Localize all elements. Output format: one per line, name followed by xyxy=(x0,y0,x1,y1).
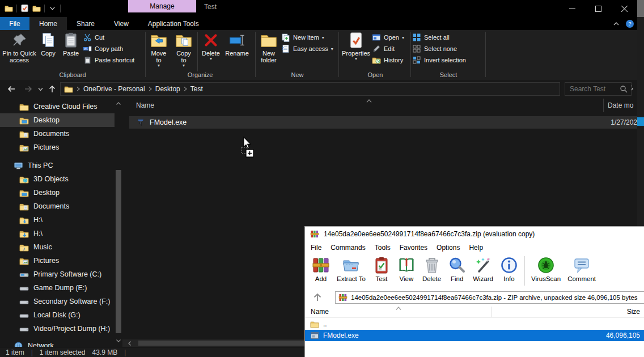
easy-access-button[interactable]: Easy access▾ xyxy=(281,44,333,53)
archive-row-parent[interactable]: .. xyxy=(305,318,644,330)
sidebar-item-music[interactable]: ♪Music xyxy=(0,240,115,254)
breadcrumb-item[interactable]: OneDrive - Personal xyxy=(81,85,147,93)
sidebar-item-h-[interactable]: H:\ xyxy=(0,227,115,240)
copy-to-button[interactable]: Copy to▾ xyxy=(171,30,196,67)
winrar-address-bar[interactable]: 14e05da2e0ee6ee5024991714f8ea67466c7c3fa… xyxy=(335,291,644,304)
paste-button[interactable]: Paste xyxy=(59,30,83,57)
file-row-fmodel-exe[interactable]: FModel.exe1/27/202 xyxy=(129,116,637,129)
extract-to-button[interactable]: Extract To xyxy=(333,254,369,282)
column-divider[interactable] xyxy=(603,99,604,112)
folder-icon[interactable] xyxy=(5,4,13,12)
contextual-tab-manage[interactable]: Manage xyxy=(128,0,196,12)
sidebar-item-this-pc[interactable]: This PC xyxy=(0,159,115,172)
history-button[interactable]: History xyxy=(372,56,404,65)
horizontal-scroll-thumb[interactable] xyxy=(138,341,305,346)
tab-file[interactable]: File xyxy=(0,17,29,30)
copy-path-button[interactable]: W..Copy path xyxy=(83,44,134,53)
sidebar-item-desktop[interactable]: Desktop xyxy=(0,186,115,199)
new-folder-button[interactable]: New folder xyxy=(256,30,281,63)
tab-home[interactable]: Home xyxy=(29,17,67,30)
comment-button[interactable]: Comment xyxy=(564,254,599,282)
add-button[interactable]: Add xyxy=(308,254,333,282)
properties-check-icon[interactable] xyxy=(20,4,29,12)
column-date-modified[interactable]: Date mo xyxy=(608,101,633,109)
winrar-column-size[interactable]: Size xyxy=(627,308,640,316)
menu-commands[interactable]: Commands xyxy=(326,244,370,252)
menu-options[interactable]: Options xyxy=(432,244,464,252)
info-button[interactable]: Info xyxy=(497,254,522,282)
menu-tools[interactable]: Tools xyxy=(370,244,395,252)
collapse-ribbon-icon[interactable] xyxy=(612,20,620,28)
sidebar-item-h-[interactable]: H:\ xyxy=(0,213,115,227)
sidebar-item-documents[interactable]: Documents xyxy=(0,127,115,141)
sidebar-item-game-dump-e-[interactable]: Game Dump (E:) xyxy=(0,281,115,295)
move-to-button[interactable]: Move to▾ xyxy=(146,30,171,67)
sidebar-item-pictures[interactable]: Pictures xyxy=(0,254,115,267)
menu-help[interactable]: Help xyxy=(464,244,488,252)
sidebar-item-primary-software-c-[interactable]: Primary Software (C:) xyxy=(0,267,115,281)
sidebar-item-secondary-software-f-[interactable]: Secondary Software (F:) xyxy=(0,295,115,308)
up-icon[interactable] xyxy=(48,84,57,94)
virusscan-button[interactable]: VirusScan xyxy=(528,254,564,282)
select-all-button[interactable]: Select all xyxy=(412,33,466,42)
open-button[interactable]: Open▾ xyxy=(372,33,404,42)
scroll-down-icon[interactable] xyxy=(116,338,121,343)
back-icon[interactable] xyxy=(7,84,16,94)
view-button[interactable]: View xyxy=(394,254,419,282)
archive-row-fmodel-exe[interactable]: FModel.exe46,096,105 xyxy=(305,330,644,341)
scroll-left-icon[interactable] xyxy=(127,341,133,346)
sidebar-item-video-project-dump-h-[interactable]: Video/Project Dump (H:) xyxy=(0,322,115,335)
tab-share[interactable]: Share xyxy=(67,17,104,30)
sidebar-item-pictures[interactable]: Pictures xyxy=(0,141,115,154)
search-box[interactable] xyxy=(565,82,632,96)
help-icon[interactable]: ? xyxy=(626,20,634,28)
sidebar-item-network[interactable]: Network xyxy=(0,339,115,347)
chevron-down-icon[interactable] xyxy=(48,4,57,12)
pin-to-quick-access-button[interactable]: Pin to Quick access xyxy=(1,30,37,63)
sidebar-item-local-disk-g-[interactable]: Local Disk (G:) xyxy=(0,308,115,322)
sidebar-scrollbar[interactable] xyxy=(115,97,122,347)
recent-locations-icon[interactable] xyxy=(37,86,44,92)
delete-button[interactable]: Delete▾ xyxy=(199,30,223,61)
search-input[interactable] xyxy=(569,84,620,94)
wizard-button[interactable]: Wizard xyxy=(469,254,497,282)
paste-shortcut-button[interactable]: Paste shortcut xyxy=(83,56,134,65)
maximize-button[interactable] xyxy=(585,0,611,17)
scroll-up-icon[interactable] xyxy=(116,101,121,107)
new-item-button[interactable]: New item▾ xyxy=(281,33,333,42)
forward-icon[interactable] xyxy=(24,84,33,94)
address-bar[interactable]: OneDrive - PersonalDesktopTest xyxy=(60,82,560,96)
edit-button[interactable]: Edit xyxy=(372,44,404,53)
sidebar-item-3d-objects[interactable]: 3D Objects xyxy=(0,172,115,186)
sidebar-scroll-thumb[interactable] xyxy=(116,170,121,333)
folder-icon xyxy=(19,102,29,112)
sidebar-item-desktop[interactable]: Desktop xyxy=(0,113,115,127)
tab-application-tools[interactable]: Application Tools xyxy=(138,17,209,30)
sidebar-item-label: Desktop xyxy=(33,189,60,197)
search-icon[interactable] xyxy=(620,85,628,93)
horizontal-scrollbar[interactable] xyxy=(122,339,306,347)
winrar-column-divider[interactable] xyxy=(492,307,492,317)
breadcrumb-item[interactable]: Test xyxy=(188,85,205,93)
cut-button[interactable]: Cut xyxy=(83,33,134,42)
properties-button[interactable]: Properties▾ xyxy=(340,30,372,61)
folder-icon[interactable] xyxy=(32,4,41,12)
breadcrumb-item[interactable]: Desktop xyxy=(153,85,183,93)
tab-view[interactable]: View xyxy=(104,17,138,30)
sidebar-item-creative-cloud-files[interactable]: Creative Cloud Files xyxy=(0,100,115,113)
close-button[interactable] xyxy=(611,0,637,17)
test-button[interactable]: Test xyxy=(369,254,394,282)
invert-selection-button[interactable]: Invert selection xyxy=(412,56,466,65)
copy-button[interactable]: Copy xyxy=(37,30,59,57)
find-button[interactable]: Find xyxy=(444,254,469,282)
winrar-up-icon[interactable] xyxy=(312,291,323,303)
menu-favorites[interactable]: Favorites xyxy=(395,244,432,252)
select-none-button[interactable]: Select none xyxy=(412,44,466,53)
column-name[interactable]: Name xyxy=(136,101,154,109)
winrar-column-name[interactable]: Name xyxy=(311,308,329,316)
delete-button[interactable]: Delete xyxy=(419,254,444,282)
minimize-button[interactable] xyxy=(559,0,585,17)
menu-file[interactable]: File xyxy=(306,244,326,252)
rename-button[interactable]: Rename xyxy=(223,30,251,57)
sidebar-item-documents[interactable]: Documents xyxy=(0,199,115,213)
